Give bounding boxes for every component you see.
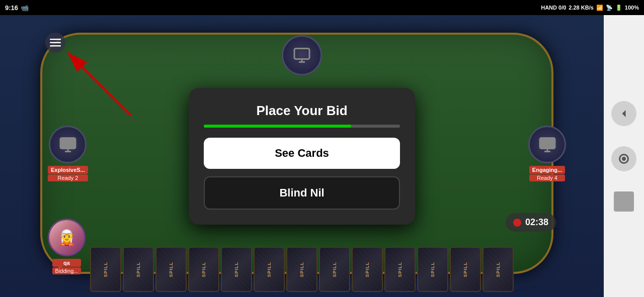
card-9[interactable]: SPILL	[352, 247, 383, 292]
left-player-name: ExplosiveS...	[48, 166, 88, 174]
bottom-left-player-status: Bidding...	[52, 267, 82, 274]
right-player-status: Ready 4	[529, 174, 565, 181]
card-3[interactable]: SPILL	[155, 247, 187, 292]
card-6[interactable]: SPILL	[254, 247, 285, 292]
cards-row: SPILL SPILL SPILL SPILL SPILL SPILL SPIL…	[90, 247, 514, 292]
time-display: 9:16	[5, 4, 18, 12]
bottom-left-player-label: qa Bidding...	[52, 259, 82, 274]
svg-rect-5	[294, 49, 309, 59]
bottom-left-player-name: qa	[52, 259, 82, 267]
video-icon: 📹	[21, 4, 29, 12]
card-4[interactable]: SPILL	[188, 247, 219, 292]
progress-bar-fill	[204, 125, 351, 128]
right-player-label: Engaging... Ready 4	[529, 166, 565, 181]
player-right: Engaging... Ready 4	[528, 126, 566, 181]
left-player-avatar	[49, 126, 87, 163]
game-area: ExplosiveS... Ready 2 Engaging... Ready …	[0, 15, 604, 297]
see-cards-button[interactable]: See Cards	[204, 138, 400, 169]
svg-rect-1	[50, 42, 61, 44]
right-player-name: Engaging...	[529, 166, 565, 174]
card-11[interactable]: SPILL	[417, 247, 448, 292]
status-left: 9:16 📹	[5, 4, 29, 12]
modal-title: Place Your Bid	[204, 103, 400, 119]
player-top-center	[282, 35, 322, 75]
left-player-status: Ready 2	[48, 174, 88, 181]
blind-nil-button[interactable]: Blind Nil	[204, 176, 400, 210]
menu-button[interactable]	[45, 33, 65, 53]
svg-rect-11	[540, 138, 555, 148]
bottom-left-avatar: 🧝	[48, 219, 86, 256]
svg-rect-8	[60, 138, 75, 148]
right-sidebar	[604, 15, 644, 297]
bid-modal: Place Your Bid See Cards Blind Nil	[189, 88, 415, 225]
card-5[interactable]: SPILL	[221, 247, 252, 292]
left-player-label: ExplosiveS... Ready 2	[48, 166, 88, 181]
signal-icon: 📶	[596, 5, 603, 11]
svg-rect-0	[50, 39, 61, 40]
status-bar: 9:16 📹 HAND 0/0 2.28 KB/s 📶 📡 🔋 100%	[0, 0, 644, 15]
network-speed: 2.28 KB/s	[569, 5, 594, 11]
sidebar-record-button[interactable]	[611, 146, 636, 171]
timer-badge: 02:38	[506, 213, 556, 232]
right-player-avatar	[528, 126, 566, 163]
svg-marker-14	[622, 110, 626, 117]
player-left: ExplosiveS... Ready 2	[48, 126, 88, 181]
player-bottom-left: 🧝 qa Bidding...	[48, 219, 86, 274]
wifi-icon: 📡	[606, 5, 613, 11]
battery-icon: 🔋	[615, 5, 622, 11]
top-player-avatar	[282, 35, 322, 75]
card-12[interactable]: SPILL	[450, 247, 481, 292]
hand-label: HAND 0/0	[541, 5, 566, 11]
card-7[interactable]: SPILL	[286, 247, 317, 292]
card-8[interactable]: SPILL	[319, 247, 350, 292]
battery-pct: 100%	[625, 5, 639, 11]
progress-bar-container	[204, 125, 400, 128]
svg-rect-2	[50, 45, 61, 47]
card-10[interactable]: SPILL	[384, 247, 416, 292]
card-2[interactable]: SPILL	[123, 247, 154, 292]
sidebar-square-button[interactable]	[614, 191, 634, 212]
status-right: HAND 0/0 2.28 KB/s 📶 📡 🔋 100%	[541, 5, 639, 11]
avatar-emoji: 🧝	[57, 229, 76, 246]
timer-display: 02:38	[525, 217, 548, 228]
card-1[interactable]: SPILL	[90, 247, 121, 292]
card-13[interactable]: SPILL	[482, 247, 514, 292]
sidebar-back-button[interactable]	[611, 101, 636, 126]
record-dot	[513, 219, 521, 227]
